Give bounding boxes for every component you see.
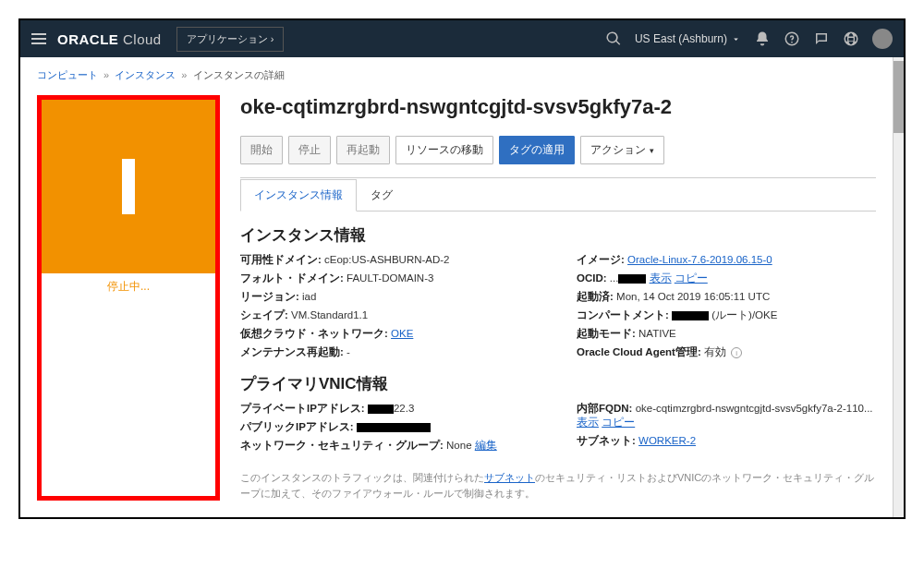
breadcrumb-compute[interactable]: コンピュート xyxy=(37,69,98,80)
breadcrumb-instances[interactable]: インスタンス xyxy=(115,69,176,80)
notification-icon[interactable] xyxy=(754,30,771,47)
nsg-label: ネットワーク・セキュリティ・グループ: xyxy=(240,440,444,451)
ocid-show-link[interactable]: 表示 xyxy=(650,272,672,284)
maintenance-label: メンテナンス再起動: xyxy=(240,346,344,357)
action-bar: 開始 停止 再起動 リソースの移動 タグの適用 アクション▾ xyxy=(240,136,876,164)
private-ip-suffix: 22.3 xyxy=(394,403,414,414)
actions-dropdown[interactable]: アクション▾ xyxy=(580,136,664,164)
section-primary-vnic-heading: プライマリVNIC情報 xyxy=(240,373,876,394)
brand-logo: ORACLE Cloud xyxy=(57,31,162,47)
scroll-thumb[interactable] xyxy=(894,61,904,133)
region-value: iad xyxy=(302,291,316,302)
ocid-label: OCID: xyxy=(577,272,607,284)
ocid-redacted xyxy=(618,274,646,284)
move-resource-button[interactable]: リソースの移動 xyxy=(395,136,493,164)
top-navigation-bar: ORACLE Cloud アプリケーション › US East (Ashburn… xyxy=(20,20,904,57)
image-link[interactable]: Oracle-Linux-7.6-2019.06.15-0 xyxy=(627,254,772,265)
launch-mode-label: 起動モード: xyxy=(577,328,636,339)
public-ip-label: パブリックIPアドレス: xyxy=(240,421,354,432)
stop-button[interactable]: 停止 xyxy=(288,136,331,164)
info-icon[interactable]: i xyxy=(731,347,742,358)
availability-domain-value: cEop:US-ASHBURN-AD-2 xyxy=(324,254,449,265)
compartment-redacted xyxy=(672,311,709,320)
fqdn-show-link[interactable]: 表示 xyxy=(577,417,599,428)
launched-value: Mon, 14 Oct 2019 16:05:11 UTC xyxy=(616,291,770,302)
maintenance-value: - xyxy=(346,346,350,357)
status-square xyxy=(42,100,215,273)
section-instance-info-heading: インスタンス情報 xyxy=(240,224,876,246)
fqdn-value: oke-cqtimzrgbrd-nswgntcgjtd-svsv5gkfy7a-… xyxy=(636,403,873,414)
private-ip-redacted xyxy=(368,405,394,414)
status-label: 停止中... xyxy=(42,273,215,304)
vcn-label: 仮想クラウド・ネットワーク: xyxy=(240,328,388,339)
nsg-value: None xyxy=(446,440,472,451)
fault-domain-label: フォルト・ドメイン: xyxy=(240,272,344,284)
region-selector[interactable]: US East (Ashburn) xyxy=(635,32,741,45)
apply-tags-button[interactable]: タグの適用 xyxy=(499,136,575,164)
user-avatar-icon[interactable] xyxy=(872,29,893,49)
launched-label: 起動済: xyxy=(577,291,614,302)
compartment-suffix: (ルート)/OKE xyxy=(709,309,777,320)
subnet-link[interactable]: WORKER-2 xyxy=(638,435,696,446)
cloud-agent-value: 有効 xyxy=(704,346,726,357)
page-title: oke-cqtimzrgbrd-nswgntcgjtd-svsv5gkfy7a-… xyxy=(240,95,876,119)
globe-icon[interactable] xyxy=(843,30,859,47)
applications-button[interactable]: アプリケーション › xyxy=(176,27,285,52)
footnote-text: このインスタンスのトラフィックは、関連付けられたサブネットのセキュリティ・リスト… xyxy=(240,470,876,501)
breadcrumb-current: インスタンスの詳細 xyxy=(193,69,285,80)
cloud-agent-label: Oracle Cloud Agent管理: xyxy=(577,346,701,357)
tab-tags[interactable]: タグ xyxy=(357,179,407,211)
pause-icon xyxy=(122,159,135,214)
tab-instance-info[interactable]: インスタンス情報 xyxy=(240,179,357,211)
fqdn-label: 内部FQDN: xyxy=(577,403,632,414)
subnet-label: サブネット: xyxy=(577,435,636,446)
fault-domain-value: FAULT-DOMAIN-3 xyxy=(346,272,433,284)
footnote-subnet-link[interactable]: サブネット xyxy=(484,472,535,483)
scrollbar[interactable] xyxy=(893,57,904,517)
search-icon[interactable] xyxy=(605,30,622,47)
tab-row: インスタンス情報 タグ xyxy=(240,177,876,211)
chat-icon[interactable] xyxy=(813,30,830,47)
breadcrumb: コンピュート » インスタンス » インスタンスの詳細 xyxy=(37,68,876,82)
availability-domain-label: 可用性ドメイン: xyxy=(240,254,322,265)
start-button[interactable]: 開始 xyxy=(240,136,283,164)
image-label: イメージ: xyxy=(577,254,625,265)
public-ip-redacted xyxy=(357,423,431,432)
help-icon[interactable] xyxy=(784,30,800,47)
nsg-edit-link[interactable]: 編集 xyxy=(475,440,497,451)
launch-mode-value: NATIVE xyxy=(638,328,676,339)
compartment-label: コンパートメント: xyxy=(577,309,669,320)
private-ip-label: プライベートIPアドレス: xyxy=(240,403,365,414)
vcn-link[interactable]: OKE xyxy=(391,328,413,339)
ocid-copy-link[interactable]: コピー xyxy=(675,272,708,284)
fqdn-copy-link[interactable]: コピー xyxy=(602,417,635,428)
instance-status-card: 停止中... xyxy=(37,95,220,501)
shape-label: シェイプ: xyxy=(240,309,288,320)
shape-value: VM.Standard1.1 xyxy=(291,309,368,320)
menu-icon[interactable] xyxy=(31,33,46,44)
region-label: リージョン: xyxy=(240,291,299,302)
reboot-button[interactable]: 再起動 xyxy=(336,136,390,164)
